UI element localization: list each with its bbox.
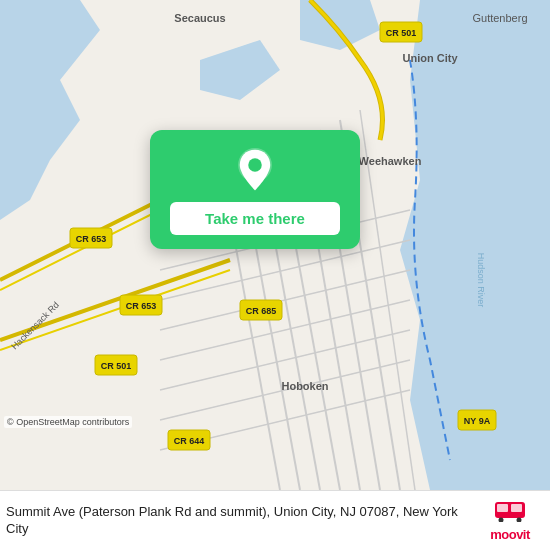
bus-icon (494, 500, 526, 527)
svg-text:NY 9A: NY 9A (464, 416, 491, 426)
svg-text:Hoboken: Hoboken (281, 380, 328, 392)
bottom-bar: Summit Ave (Paterson Plank Rd and summit… (0, 490, 550, 550)
svg-text:CR 653: CR 653 (126, 301, 157, 311)
svg-text:Secaucus: Secaucus (174, 12, 225, 24)
address-text: Summit Ave (Paterson Plank Rd and summit… (6, 504, 472, 538)
svg-rect-50 (511, 504, 522, 512)
svg-text:Guttenberg: Guttenberg (472, 12, 527, 24)
take-me-there-button[interactable]: Take me there (170, 202, 340, 235)
popup: Take me there (150, 130, 360, 249)
svg-text:CR 685: CR 685 (246, 306, 277, 316)
svg-text:CR 653: CR 653 (76, 234, 107, 244)
pin-icon (233, 148, 277, 192)
svg-text:Union City: Union City (403, 52, 459, 64)
svg-text:CR 501: CR 501 (101, 361, 132, 371)
moovit-wordmark: moovit (490, 527, 530, 542)
svg-text:CR 501: CR 501 (386, 28, 417, 38)
svg-point-52 (517, 517, 522, 522)
svg-text:Hudson River: Hudson River (476, 253, 486, 308)
svg-point-51 (499, 517, 504, 522)
map-container[interactable]: CR 653 CR 653 CR 685 CR 501 CR 644 NY 9A… (0, 0, 550, 490)
moovit-logo: moovit (480, 500, 540, 542)
svg-text:Weehawken: Weehawken (359, 155, 422, 167)
osm-attribution: © OpenStreetMap contributors (4, 416, 132, 428)
svg-text:CR 644: CR 644 (174, 436, 205, 446)
svg-rect-49 (497, 504, 508, 512)
svg-point-47 (248, 158, 262, 172)
